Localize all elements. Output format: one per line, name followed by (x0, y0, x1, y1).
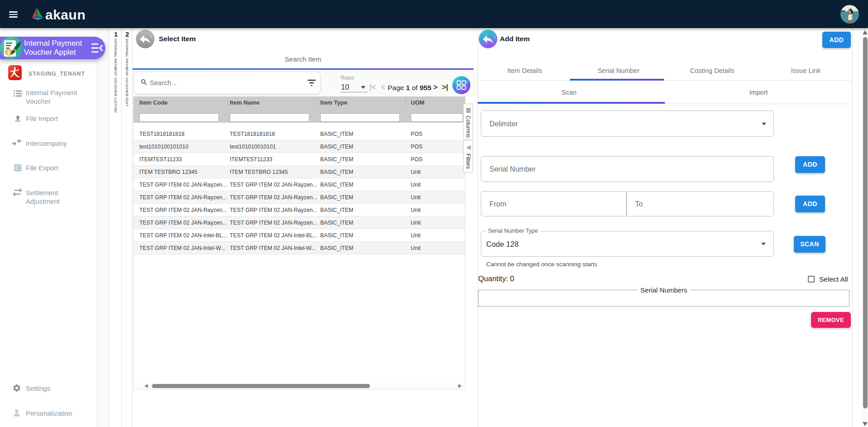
svg-text:$: $ (7, 49, 10, 56)
